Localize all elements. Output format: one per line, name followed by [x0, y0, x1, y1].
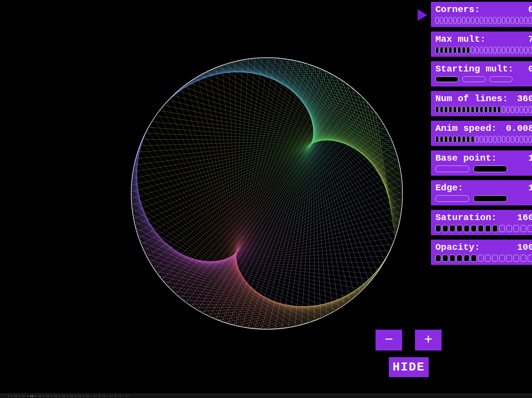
slider-cell-saturation-13[interactable] [528, 225, 532, 232]
slider-cell-opacity-12[interactable] [520, 255, 526, 262]
slider-cell-opacity-4[interactable] [464, 255, 469, 262]
slider-cell-opacity-9[interactable] [499, 255, 505, 262]
slider-cell-saturation-1[interactable] [442, 225, 448, 232]
slider-cell-num-lines-8[interactable] [471, 106, 474, 113]
slider-cell-saturation-12[interactable] [520, 225, 526, 232]
slider-cell-anim-speed-2[interactable] [444, 136, 448, 143]
slider-cell-edge-0[interactable] [435, 195, 469, 202]
slider-cell-max-mult-17[interactable] [511, 47, 514, 54]
slider-cell-corners-6[interactable] [462, 17, 466, 24]
slider-cell-anim-speed-1[interactable] [440, 136, 443, 143]
slider-cell-anim-speed-10[interactable] [480, 136, 483, 143]
slider-cell-max-mult-4[interactable] [453, 47, 457, 54]
slider-cell-max-mult-20[interactable] [524, 47, 528, 54]
slider-cell-anim-speed-0[interactable] [435, 136, 439, 143]
slider-cell-base-point-0[interactable] [435, 166, 469, 172]
slider-cell-num-lines-2[interactable] [444, 106, 448, 113]
slider-cell-corners-10[interactable] [480, 17, 483, 24]
slider-cell-max-mult-16[interactable] [506, 47, 510, 54]
slider-cell-saturation-10[interactable] [506, 225, 512, 232]
increase-button[interactable]: + [415, 330, 442, 351]
slider-cell-num-lines-13[interactable] [493, 106, 497, 113]
slider-cell-max-mult-5[interactable] [458, 47, 461, 54]
starting-mult-selector[interactable] [435, 76, 532, 82]
slider-cell-num-lines-7[interactable] [466, 106, 470, 113]
slider-cell-saturation-0[interactable] [435, 225, 441, 232]
anim-speed-slider[interactable] [435, 136, 532, 143]
slider-cell-corners-18[interactable] [515, 17, 519, 24]
slider-cell-max-mult-15[interactable] [502, 47, 505, 54]
slider-cell-corners-2[interactable] [444, 17, 448, 24]
saturation-slider[interactable] [435, 225, 532, 232]
slider-cell-corners-5[interactable] [458, 17, 461, 24]
slider-cell-num-lines-16[interactable] [506, 106, 510, 113]
slider-cell-num-lines-11[interactable] [484, 106, 488, 113]
slider-cell-max-mult-2[interactable] [444, 47, 448, 54]
slider-cell-corners-4[interactable] [453, 17, 457, 24]
slider-cell-opacity-10[interactable] [506, 255, 512, 262]
slider-cell-corners-3[interactable] [449, 17, 452, 24]
slider-cell-opacity-11[interactable] [513, 255, 519, 262]
slider-cell-corners-16[interactable] [506, 17, 510, 24]
slider-cell-saturation-7[interactable] [485, 225, 491, 232]
slider-cell-opacity-5[interactable] [471, 255, 477, 262]
slider-cell-corners-15[interactable] [502, 17, 505, 24]
slider-cell-num-lines-3[interactable] [449, 106, 452, 113]
slider-cell-opacity-2[interactable] [450, 255, 455, 262]
slider-cell-max-mult-8[interactable] [471, 47, 474, 54]
slider-cell-saturation-4[interactable] [464, 225, 469, 232]
slider-cell-corners-13[interactable] [493, 17, 497, 24]
slider-cell-num-lines-9[interactable] [475, 106, 479, 113]
slider-cell-max-mult-13[interactable] [493, 47, 497, 54]
hide-button[interactable]: HIDE [389, 357, 429, 377]
slider-cell-opacity-3[interactable] [457, 255, 462, 262]
slider-cell-anim-speed-18[interactable] [515, 136, 519, 143]
slider-cell-anim-speed-21[interactable] [528, 136, 532, 143]
slider-cell-max-mult-0[interactable] [435, 47, 439, 54]
slider-cell-num-lines-10[interactable] [480, 106, 483, 113]
opacity-slider[interactable] [435, 255, 532, 262]
slider-cell-max-mult-12[interactable] [489, 47, 492, 54]
slider-cell-saturation-9[interactable] [499, 225, 505, 232]
slider-cell-max-mult-18[interactable] [515, 47, 519, 54]
slider-cell-max-mult-9[interactable] [475, 47, 479, 54]
slider-cell-opacity-13[interactable] [528, 255, 532, 262]
base-point-toggle[interactable] [435, 166, 532, 172]
slider-cell-max-mult-6[interactable] [462, 47, 466, 54]
slider-cell-anim-speed-4[interactable] [453, 136, 457, 143]
slider-cell-opacity-0[interactable] [435, 255, 441, 262]
slider-cell-opacity-6[interactable] [478, 255, 484, 262]
slider-cell-anim-speed-20[interactable] [524, 136, 528, 143]
corners-slider[interactable] [435, 17, 532, 24]
slider-cell-max-mult-7[interactable] [466, 47, 470, 54]
slider-cell-saturation-5[interactable] [471, 225, 477, 232]
slider-cell-anim-speed-16[interactable] [506, 136, 510, 143]
slider-cell-anim-speed-8[interactable] [471, 136, 474, 143]
slider-cell-edge-1[interactable] [473, 195, 507, 202]
slider-cell-anim-speed-6[interactable] [462, 136, 466, 143]
slider-cell-anim-speed-19[interactable] [520, 136, 523, 143]
decrease-button[interactable]: − [376, 330, 402, 351]
slider-cell-corners-1[interactable] [440, 17, 443, 24]
slider-cell-saturation-11[interactable] [513, 225, 519, 232]
slider-cell-anim-speed-17[interactable] [511, 136, 514, 143]
slider-cell-opacity-7[interactable] [485, 255, 491, 262]
slider-cell-num-lines-0[interactable] [435, 106, 439, 113]
slider-cell-max-mult-14[interactable] [497, 47, 501, 54]
slider-cell-anim-speed-11[interactable] [484, 136, 488, 143]
slider-cell-corners-21[interactable] [528, 17, 532, 24]
edge-toggle[interactable] [435, 195, 532, 202]
slider-cell-corners-19[interactable] [520, 17, 523, 24]
slider-cell-max-mult-11[interactable] [484, 47, 488, 54]
slider-cell-num-lines-4[interactable] [453, 106, 457, 113]
slider-cell-num-lines-15[interactable] [502, 106, 505, 113]
slider-cell-starting-mult-2[interactable] [489, 76, 512, 82]
slider-cell-num-lines-19[interactable] [520, 106, 523, 113]
slider-cell-num-lines-20[interactable] [524, 106, 528, 113]
slider-cell-opacity-1[interactable] [442, 255, 448, 262]
slider-cell-num-lines-5[interactable] [458, 106, 461, 113]
slider-cell-anim-speed-9[interactable] [475, 136, 479, 143]
slider-cell-corners-11[interactable] [484, 17, 488, 24]
slider-cell-anim-speed-14[interactable] [497, 136, 501, 143]
slider-cell-corners-8[interactable] [471, 17, 474, 24]
